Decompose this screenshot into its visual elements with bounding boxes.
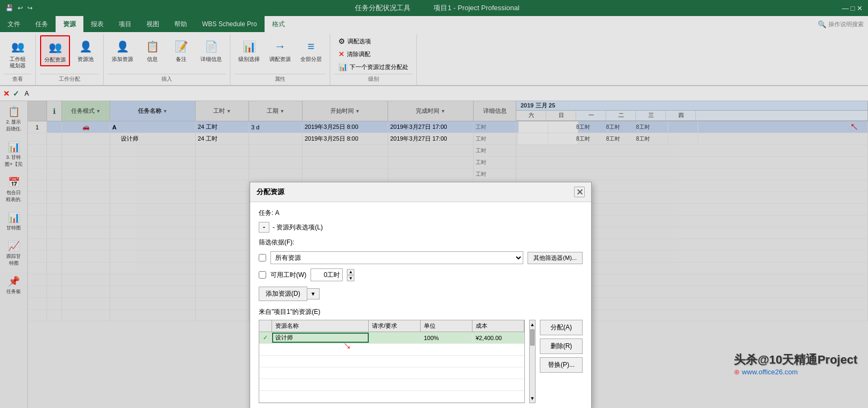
- assign-resources-dialog: 分配资源 ✕ 任务: A - - 资源列表选项(L) 筛选依据(F): 所有资源…: [250, 182, 592, 408]
- toggle-minus-button[interactable]: -: [259, 222, 269, 233]
- add-resource-dropdown[interactable]: ▼: [307, 288, 320, 299]
- designer-unit: 100%: [421, 334, 472, 342]
- dialog-body: 任务: A - - 资源列表选项(L) 筛选依据(F): 所有资源 其他筛选器(…: [250, 202, 591, 408]
- resource-row-designer[interactable]: ✓ 设计师 100% ¥2,400.00: [259, 332, 524, 344]
- th-request: 请求/要求: [369, 320, 421, 332]
- scroll-thumb[interactable]: [530, 329, 534, 345]
- resource-empty-row-2: [259, 356, 524, 367]
- other-filters-button[interactable]: 其他筛选器(M)...: [528, 252, 583, 264]
- dialog-task-label: 任务: A: [259, 209, 583, 218]
- add-resource-row: 添加资源(D) ▼: [259, 287, 583, 301]
- resource-empty-row: ↑: [259, 344, 524, 356]
- all-resources-checkbox[interactable]: [259, 254, 266, 261]
- avail-up-button[interactable]: ▲: [347, 269, 354, 275]
- scroll-up[interactable]: ▲: [530, 320, 535, 329]
- resource-table: 资源名称 请求/要求 单位 成本 ✓ 设计师 100% ¥2,400.00: [259, 320, 525, 403]
- assign-button[interactable]: 分配(A): [540, 320, 583, 335]
- filter-row: 筛选依据(F):: [259, 238, 583, 247]
- avail-down-button[interactable]: ▼: [347, 275, 354, 281]
- th-cost: 成本: [472, 320, 524, 332]
- dialog-overlay: 分配资源 ✕ 任务: A - - 资源列表选项(L) 筛选依据(F): 所有资源…: [0, 0, 868, 408]
- designer-cost: ¥2,400.00: [472, 334, 524, 342]
- filter-label: 筛选依据(F):: [259, 238, 294, 247]
- resource-empty-row-3: [259, 367, 524, 379]
- available-work-row: 可用工时(W) ▲ ▼: [259, 268, 583, 281]
- resource-filter-select[interactable]: 所有资源: [270, 251, 523, 264]
- designer-check: ✓: [259, 333, 272, 342]
- dialog-action-buttons: 分配(A) 删除(R) 替换(P)...: [540, 320, 583, 403]
- resource-list-toggle[interactable]: - - 资源列表选项(L): [259, 222, 583, 233]
- th-resname: 资源名称: [272, 320, 369, 332]
- avail-work-label: 可用工时(W): [270, 271, 306, 280]
- from-project-label: 来自"项目1"的资源(E): [259, 307, 583, 317]
- add-resource-dialog-button[interactable]: 添加资源(D): [259, 287, 307, 301]
- resource-empty-row-4: [259, 379, 524, 391]
- scroll-down[interactable]: ▼: [530, 394, 535, 403]
- resource-table-wrapper: 资源名称 请求/要求 单位 成本 ✓ 设计师 100% ¥2,400.00: [259, 320, 583, 403]
- th-check: [259, 320, 272, 332]
- available-work-input[interactable]: [311, 268, 343, 281]
- toggle-label: - 资源列表选项(L): [273, 223, 323, 232]
- th-unit: 单位: [421, 320, 472, 332]
- resource-table-header: 资源名称 请求/要求 单位 成本: [259, 320, 524, 332]
- resource-table-body: ✓ 设计师 100% ¥2,400.00 ↑: [259, 332, 524, 403]
- scroll-track: [530, 346, 535, 394]
- dialog-close-button[interactable]: ✕: [574, 187, 585, 197]
- filter-controls-row: 所有资源 其他筛选器(M)...: [259, 251, 583, 264]
- delete-button[interactable]: 删除(R): [540, 338, 583, 354]
- dialog-title: 分配资源: [257, 187, 284, 197]
- replace-button[interactable]: 替换(P)...: [540, 357, 583, 373]
- designer-request: [369, 337, 421, 339]
- dialog-title-bar: 分配资源 ✕: [250, 182, 591, 202]
- available-work-checkbox[interactable]: [259, 271, 266, 279]
- resource-empty-row-5: [259, 391, 524, 403]
- resource-scrollbar[interactable]: ▲ ▼: [529, 320, 536, 403]
- designer-name[interactable]: 设计师: [272, 333, 369, 343]
